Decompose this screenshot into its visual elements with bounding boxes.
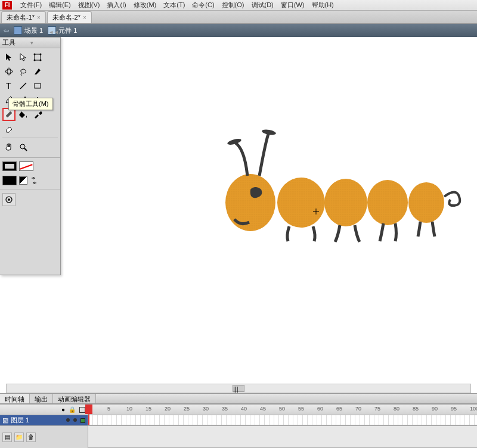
menu-file[interactable]: 文件(F)	[17, 1, 45, 10]
doc-tab-1-label: 未命名-1*	[7, 13, 35, 22]
panel-menu-icon[interactable]: ▾	[30, 40, 58, 46]
svg-line-8	[20, 83, 26, 89]
tools-panel-header[interactable]: 工具 ▾	[0, 38, 60, 48]
tab-motion-editor[interactable]: 动画编辑器	[53, 394, 96, 403]
menu-help[interactable]: 帮助(H)	[308, 1, 337, 10]
ruler-tick: 5	[107, 406, 110, 412]
layer-row[interactable]: ▧ 图层 1	[0, 415, 88, 425]
breadcrumb-symbol-label: 元件 1	[58, 26, 77, 35]
svg-point-19	[367, 180, 408, 225]
scrollbar-thumb[interactable]: |||	[233, 385, 244, 392]
menu-text[interactable]: 文本(T)	[160, 1, 188, 10]
ruler-tick: 95	[451, 406, 457, 412]
frames-track[interactable]	[88, 415, 477, 425]
new-folder-button[interactable]: 📁	[14, 433, 24, 442]
svg-point-5	[5, 70, 13, 73]
ruler-tick: 70	[355, 406, 361, 412]
svg-rect-0	[35, 54, 41, 60]
lasso-tool[interactable]	[17, 65, 30, 78]
svg-point-21	[227, 138, 241, 146]
layer-icon: ▧	[2, 416, 8, 424]
line-tool[interactable]	[17, 79, 30, 92]
ruler-tick: 45	[260, 406, 266, 412]
ruler-tick: 75	[374, 406, 380, 412]
free-transform-tool[interactable]	[31, 51, 44, 64]
no-stroke-icon[interactable]	[19, 161, 33, 171]
svg-point-17	[277, 178, 325, 228]
layer-outline-swatch[interactable]	[80, 418, 85, 423]
layer-header-controls: ● 🔒	[0, 405, 88, 415]
zoom-tool[interactable]	[17, 141, 30, 154]
back-arrow-icon[interactable]: ⇦	[4, 27, 9, 35]
new-layer-button[interactable]: ▤	[2, 433, 12, 442]
black-white-swatch[interactable]	[19, 176, 27, 185]
ruler-tick: 80	[394, 406, 399, 412]
tab-timeline[interactable]: 时间轴	[0, 394, 30, 403]
menu-view[interactable]: 视图(V)	[75, 1, 104, 10]
svg-point-20	[408, 182, 444, 223]
3d-rotation-tool[interactable]	[2, 65, 16, 78]
layer-visibility-dot[interactable]	[66, 418, 70, 422]
panel-collapse-icon[interactable]: ◄◄	[48, 29, 59, 35]
delete-layer-button[interactable]: 🗑	[26, 433, 36, 442]
ruler-tick: 100	[470, 406, 477, 412]
svg-point-2	[40, 54, 42, 55]
svg-point-13	[8, 198, 10, 201]
svg-point-10	[20, 144, 25, 149]
svg-point-16	[225, 174, 275, 231]
svg-point-1	[34, 54, 36, 55]
caterpillar-artwork	[224, 119, 468, 256]
ruler-tick: 30	[203, 406, 209, 412]
menu-commands[interactable]: 命令(C)	[188, 1, 218, 10]
lock-column-icon[interactable]: 🔒	[69, 406, 76, 413]
doc-tab-2-close-icon[interactable]: ×	[83, 14, 86, 21]
ruler-tick: 25	[184, 406, 190, 412]
svg-point-22	[261, 129, 276, 136]
color-swatches	[0, 159, 60, 173]
outline-column-icon[interactable]	[79, 407, 85, 413]
selection-tool[interactable]	[2, 51, 16, 64]
menu-modify[interactable]: 修改(M)	[130, 1, 160, 10]
stroke-color-swatch[interactable]	[2, 161, 17, 171]
canvas-area	[0, 37, 477, 384]
fill-color-swatch[interactable]	[2, 176, 17, 185]
doc-tab-1[interactable]: 未命名-1* ×	[1, 11, 46, 23]
stage[interactable]	[66, 42, 477, 384]
breadcrumb-scene-label: 场景 1	[24, 26, 43, 35]
doc-tab-1-close-icon[interactable]: ×	[37, 14, 41, 21]
menu-control[interactable]: 控制(O)	[218, 1, 248, 10]
ruler-tick: 85	[413, 406, 419, 412]
ruler-tick: 40	[241, 406, 247, 412]
ruler-tick: 60	[317, 406, 323, 412]
visibility-column-icon[interactable]: ●	[61, 406, 65, 413]
menu-window[interactable]: 窗口(W)	[277, 1, 308, 10]
tab-output[interactable]: 输出	[30, 394, 53, 403]
svg-point-3	[34, 60, 36, 61]
swap-colors-icon[interactable]	[30, 176, 38, 185]
layer-buttons: ▤ 📁 🗑	[0, 426, 88, 448]
horizontal-scrollbar[interactable]: |||	[6, 384, 471, 393]
svg-line-11	[24, 148, 27, 151]
ruler-tick: 10	[126, 406, 132, 412]
menu-insert[interactable]: 插入(I)	[103, 1, 129, 10]
menu-edit[interactable]: 编辑(E)	[45, 1, 75, 10]
app-logo: Fl	[2, 1, 12, 10]
menu-debug[interactable]: 调试(D)	[248, 1, 277, 10]
ruler-tick: 20	[165, 406, 171, 412]
playhead-line[interactable]	[88, 415, 89, 425]
doc-tab-2[interactable]: 未命名-2* ×	[47, 11, 92, 23]
svg-rect-9	[35, 83, 41, 88]
hand-tool[interactable]	[2, 141, 16, 154]
tools-panel-title: 工具	[2, 38, 30, 47]
bottom-panel-tabs: 时间轴 输出 动画编辑器	[0, 393, 477, 404]
eraser-tool[interactable]	[2, 122, 16, 135]
rectangle-tool[interactable]	[31, 79, 44, 92]
ruler-tick: 90	[432, 406, 438, 412]
text-tool[interactable]: T	[2, 79, 16, 92]
snap-option[interactable]	[2, 193, 16, 206]
timeline-ruler[interactable]: 1510152025303540455055606570758085909510…	[88, 405, 477, 415]
subselection-tool[interactable]	[17, 51, 30, 64]
breadcrumb-scene[interactable]: 场景 1	[14, 26, 43, 35]
layer-lock-dot[interactable]	[73, 418, 77, 422]
pen-tool[interactable]	[31, 65, 44, 78]
